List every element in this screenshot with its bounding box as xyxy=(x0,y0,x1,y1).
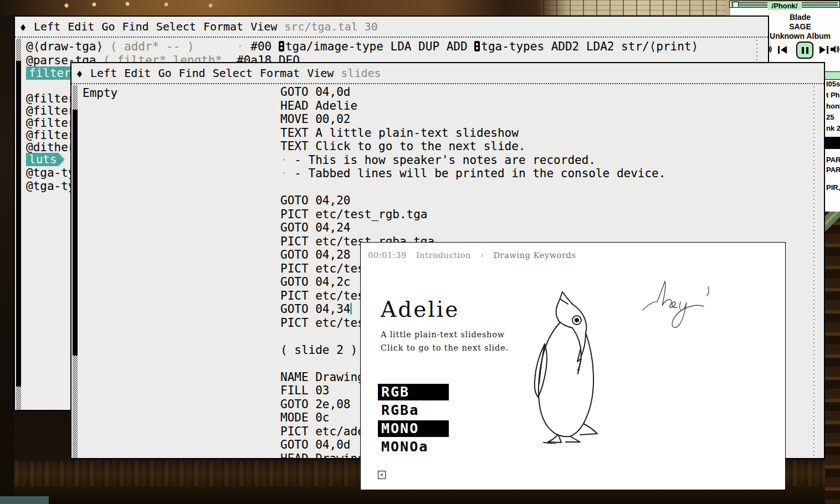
code-text: PICT etc/tes xyxy=(280,289,365,302)
code-text: PICT etc/tes xyxy=(280,262,365,275)
previous-track-icon[interactable] xyxy=(778,45,787,56)
code-line[interactable]: PICT etc/tes xyxy=(280,316,365,330)
code-line[interactable]: HEAD Adelie xyxy=(280,99,357,113)
track-album: Unknown Album xyxy=(765,32,836,40)
symbol-list-item[interactable]: luts xyxy=(26,153,65,166)
code-text: FILL 03 xyxy=(280,384,330,397)
code-line[interactable]: PICT etc/tes xyxy=(280,262,365,276)
playlist-selected-row[interactable] xyxy=(825,137,840,149)
playlist-item[interactable]: honk xyxy=(826,102,840,110)
desktop-wallpaper-right xyxy=(825,212,840,504)
track-artist: SAGE xyxy=(765,22,836,31)
code-line[interactable]: TEXT Click to go to the next slide. xyxy=(280,140,526,153)
chevron-right-icon: › xyxy=(480,251,484,260)
code-text: TEXT A little plain-text slideshow xyxy=(280,126,519,140)
scrollbar-track-top[interactable] xyxy=(73,85,78,110)
code-line[interactable]: GOTO 04,28 xyxy=(280,248,350,262)
playlist-item[interactable]: nk 2 xyxy=(826,124,840,132)
playlist-highlight-row[interactable] xyxy=(825,71,840,80)
code-line[interactable]: GOTO 04,2c xyxy=(280,275,350,289)
symbol-list-item[interactable]: @dither xyxy=(26,141,75,154)
symbol-list-item[interactable]: @filter xyxy=(26,92,75,105)
player-playlist-sliver[interactable]: l05st Phhonk25nk 2PARTPARTPIR, xyxy=(825,62,840,212)
symbol-list-item[interactable]: @tga-ty xyxy=(26,166,75,179)
menu-item[interactable]: Left xyxy=(90,66,117,80)
breadcrumb-section: Introduction xyxy=(416,251,471,260)
code-text: GOTO 04,2c xyxy=(280,275,350,289)
code-text: PICT etc/tes xyxy=(280,316,365,330)
code-text: GOTO 04,24 xyxy=(280,221,350,234)
code-text: GOTO 04,28 xyxy=(280,248,350,261)
scrollbar-thumb[interactable] xyxy=(73,110,78,356)
code-line[interactable]: MODE 0c xyxy=(280,411,330,425)
menu-item[interactable]: Select xyxy=(213,66,253,80)
pause-button[interactable] xyxy=(796,42,813,59)
scrollbar-track-bottom[interactable] xyxy=(73,356,78,458)
desktop-wallpaper-left xyxy=(0,16,14,504)
volume-right-icon[interactable] xyxy=(830,45,840,56)
playlist-item[interactable]: PART xyxy=(826,156,840,164)
code-line[interactable]: NAME Drawing xyxy=(280,371,365,384)
code-line[interactable]: ( slide 2 ) xyxy=(280,343,357,357)
symbol-list-item[interactable]: @filter xyxy=(26,104,75,117)
pause-icon xyxy=(802,47,804,54)
slide-subtitle-line: A little plain-text slideshow xyxy=(381,330,505,339)
code-line[interactable]: GOTO 04,20 xyxy=(280,194,350,208)
menu-item[interactable]: View xyxy=(307,66,334,80)
code-line[interactable]: GOTO 2e,08 xyxy=(280,398,350,412)
code-text: · xyxy=(280,153,288,167)
document-title: slides xyxy=(341,66,381,80)
code-line[interactable]: PICT etc/ade xyxy=(280,425,365,439)
code-text: GOTO 2e,08 xyxy=(280,398,350,411)
keyword-item: RGBa xyxy=(378,402,449,419)
code-text: GOTO 04,0d xyxy=(280,85,350,99)
symbol-list-item[interactable]: @filter xyxy=(26,128,75,142)
code-line[interactable]: FILL 03 xyxy=(280,384,330,398)
breadcrumb: 00:01:39 Introduction › Drawing Keywords xyxy=(368,251,576,260)
playlist-item[interactable]: 25 xyxy=(826,113,834,121)
code-line[interactable]: HEAD Drawing xyxy=(280,452,365,460)
code-text: TEXT Click to go to the next slide. xyxy=(280,140,526,153)
code-line[interactable]: GOTO 04,0d xyxy=(280,438,350,452)
playlist-item[interactable]: PIR, xyxy=(826,183,840,192)
keyword-item: MONO xyxy=(378,420,449,437)
code-line[interactable]: PICT etc/tes xyxy=(280,289,365,303)
track-title: Blade xyxy=(765,13,836,22)
code-text: NAME Drawing xyxy=(280,371,365,384)
code-line[interactable]: · - This is how speaker's notes are reco… xyxy=(280,153,596,167)
code-text: MOVE 00,02 xyxy=(280,112,350,126)
code-text: ( slide 2 ) xyxy=(280,343,357,357)
column-guide xyxy=(813,86,815,458)
symbol-tag: luts xyxy=(26,153,65,166)
code-text: GOTO 04,0d xyxy=(280,438,350,451)
symbol-list-item[interactable]: @filter xyxy=(26,116,75,130)
playlist-item[interactable]: l05s xyxy=(826,80,840,88)
code-line[interactable]: GOTO 04,34 xyxy=(280,302,352,316)
menu-item[interactable]: Find xyxy=(178,66,205,80)
playlist-item[interactable]: t Ph xyxy=(826,91,840,99)
editor-menubar[interactable]: ◆ LeftEditGoFindSelectFormatView slides xyxy=(71,63,824,83)
code-text: · xyxy=(280,167,288,180)
playlist-item[interactable]: PART xyxy=(826,166,840,174)
menu-item[interactable]: Go xyxy=(158,66,171,80)
player-titlebar[interactable]: /Phonk/ xyxy=(729,1,840,8)
code-line[interactable]: TEXT A little plain-text slideshow xyxy=(280,126,519,140)
code-line[interactable]: PICT etc/test_rgb.tga xyxy=(280,208,428,222)
symbol-list-item[interactable]: @tga-ty xyxy=(26,179,75,193)
code-line[interactable]: · - Tabbed lines will be printed in the … xyxy=(280,167,665,181)
code-text: PICT etc/ade xyxy=(280,425,365,438)
close-slide-box[interactable]: × xyxy=(378,471,386,479)
menubar-separator xyxy=(71,83,824,84)
next-track-icon[interactable] xyxy=(819,45,828,56)
code-line[interactable]: GOTO 04,24 xyxy=(280,221,350,235)
keyword-list: RGBRGBaMONOMONOa xyxy=(378,384,449,457)
handwritten-hey-annotation xyxy=(641,277,729,343)
code-line[interactable]: GOTO 04,0d xyxy=(280,85,350,99)
slide-subtitle-line: Click to go to the next slide. xyxy=(381,343,509,352)
code-text: - This is how speaker's notes are record… xyxy=(288,153,596,167)
slideshow-window[interactable]: 00:01:39 Introduction › Drawing Keywords… xyxy=(360,242,786,490)
menu-item[interactable]: Edit xyxy=(124,66,151,80)
code-text: GOTO 04,20 xyxy=(280,194,350,207)
menu-item[interactable]: Format xyxy=(260,66,300,80)
code-line[interactable]: MOVE 00,02 xyxy=(280,112,350,126)
